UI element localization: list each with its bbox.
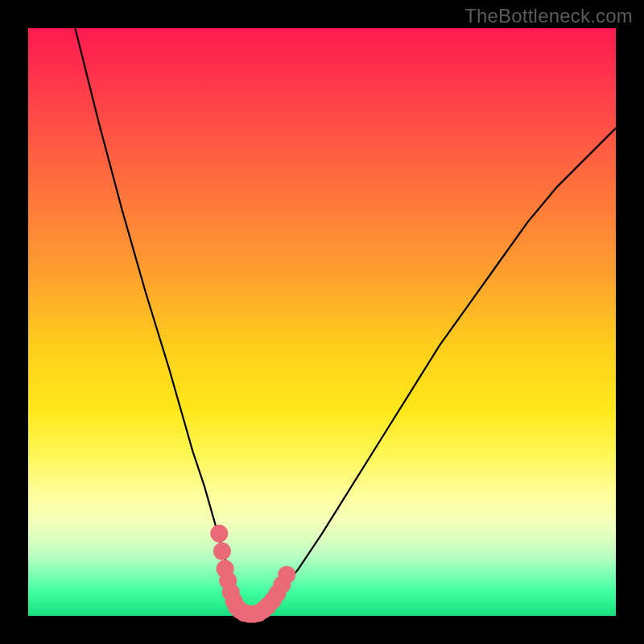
bottleneck-curve — [75, 28, 616, 616]
plot-area — [28, 28, 616, 616]
outer-frame: TheBottleneck.com — [0, 0, 644, 644]
bead-marker — [210, 525, 228, 543]
highlight-beads — [210, 525, 295, 623]
bead-marker — [278, 566, 295, 584]
curve-svg — [28, 28, 616, 616]
watermark-text: TheBottleneck.com — [464, 5, 633, 27]
bead-marker — [213, 543, 231, 560]
